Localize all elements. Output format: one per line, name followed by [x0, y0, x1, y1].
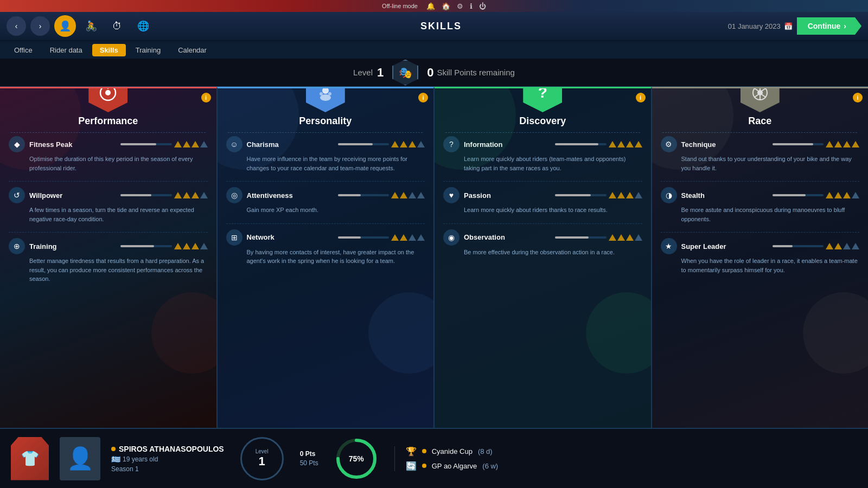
- svg-line-13: [755, 95, 758, 98]
- skill-divider: [226, 181, 425, 182]
- card-title-race: Race: [748, 115, 771, 127]
- nav-date: 01 January 2023 📅: [728, 22, 793, 30]
- skill-triangle: [400, 234, 407, 241]
- skill-triangle: [635, 141, 642, 147]
- skill-triangle: [409, 192, 416, 198]
- skill-bar-container: [555, 192, 642, 198]
- skill-triangle: [626, 141, 634, 147]
- skill-name: Technique: [681, 140, 768, 149]
- tab-office[interactable]: Office: [7, 44, 40, 56]
- skill-bar-container: [773, 192, 859, 198]
- rider-icon-button[interactable]: 👤: [54, 15, 76, 37]
- skill-description: By having more contacts of interest, hav…: [247, 248, 425, 266]
- progress-circle: 75%: [335, 437, 378, 480]
- info-button-personality[interactable]: i: [418, 93, 428, 102]
- race-dot: [422, 464, 426, 468]
- skill-item-header: ◉Observation: [443, 229, 642, 246]
- skill-triangle: [174, 192, 182, 198]
- skill-triangle: [617, 141, 625, 147]
- card-title-discovery: Discovery: [519, 115, 566, 127]
- offline-mode-label: Off-line mode: [382, 3, 418, 9]
- skill-bar: [773, 143, 824, 145]
- skill-triangle: [609, 192, 616, 198]
- race-dot: [422, 449, 426, 453]
- skill-item: ☺CharismaHave more influence in the team…: [226, 136, 425, 172]
- info-button-performance[interactable]: i: [201, 93, 211, 102]
- skill-name: Super Leader: [681, 242, 768, 251]
- tab-skills[interactable]: Skills: [92, 44, 126, 56]
- calendar-icon[interactable]: 📅: [784, 22, 793, 30]
- info-icon[interactable]: ℹ: [470, 2, 473, 10]
- nav-prev-button[interactable]: ‹: [7, 16, 26, 36]
- skill-triangle: [852, 192, 859, 198]
- skill-bar-container: [773, 243, 859, 249]
- skill-triangle: [417, 234, 425, 241]
- power-icon[interactable]: ⏻: [479, 2, 486, 10]
- skill-bar: [773, 245, 824, 247]
- skill-triangles: [174, 243, 208, 249]
- level-bar: Level 1 🎭 0 Skill Points remaining: [0, 59, 868, 87]
- info-button-race[interactable]: i: [853, 93, 863, 102]
- settings-icon[interactable]: ⚙: [457, 2, 463, 10]
- skill-name: Passion: [464, 191, 551, 200]
- home-icon[interactable]: 🏠: [442, 2, 450, 10]
- svg-line-10: [762, 88, 765, 91]
- tab-rider-data[interactable]: Rider data: [42, 44, 90, 56]
- skill-item-header: ★Super Leader: [661, 238, 860, 254]
- main-content: iPerformance◆Fitness PeakOptimise the du…: [0, 87, 868, 428]
- skill-item-header: ◎Attentiveness: [226, 187, 425, 203]
- skill-triangle: [409, 234, 416, 241]
- skill-triangle: [626, 192, 634, 198]
- skill-triangle: [417, 192, 425, 198]
- team-icon-button[interactable]: 🚴: [80, 15, 102, 37]
- card-performance: iPerformance◆Fitness PeakOptimise the du…: [0, 87, 217, 428]
- hex-icon-performance: [88, 87, 127, 112]
- date-label: 01 January 2023: [728, 22, 781, 30]
- skill-name: Willpower: [29, 191, 116, 200]
- info-button-discovery[interactable]: i: [636, 93, 646, 102]
- skill-item: ★Super LeaderWhen you have the role of l…: [661, 238, 860, 274]
- skill-description: Learn more quickly about riders thanks t…: [464, 206, 642, 215]
- skill-bar-container: [120, 141, 207, 147]
- skill-item-header: ↺Willpower: [9, 187, 208, 203]
- skill-icon: ◎: [226, 187, 242, 203]
- skill-item: ⚙TechniqueStand out thanks to your under…: [661, 136, 860, 172]
- skill-triangles: [174, 192, 208, 198]
- skill-triangle: [391, 141, 399, 147]
- skill-icon: ♥: [443, 187, 459, 203]
- skill-triangle: [192, 141, 199, 147]
- notification-icon[interactable]: 🔔: [426, 2, 435, 10]
- skill-items-personality: ☺CharismaHave more influence in the team…: [218, 136, 434, 421]
- tab-training[interactable]: Training: [128, 44, 168, 56]
- continue-button[interactable]: Continue ›: [797, 17, 861, 35]
- card-header-discovery: ?iDiscovery: [435, 88, 651, 129]
- card-divider: [228, 132, 423, 133]
- skill-divider: [9, 181, 208, 182]
- skill-triangle: [609, 141, 616, 147]
- globe-icon-button[interactable]: 🌐: [132, 15, 154, 37]
- top-bar-icons: 🔔 🏠 ⚙ ℹ ⏻: [426, 2, 486, 10]
- skill-item: ↺WillpowerA few times in a season, turn …: [9, 187, 208, 223]
- skill-item: ◉ObservationBe more effective during the…: [443, 229, 642, 257]
- skill-triangle: [852, 243, 859, 249]
- rider-name-display: SPIROS ATHANASOPOULOS: [111, 445, 224, 453]
- clock-icon-button[interactable]: ⏱: [106, 15, 128, 37]
- skill-triangles: [391, 234, 425, 241]
- skill-triangle: [834, 192, 842, 198]
- skill-description: When you have the role of leader in a ra…: [681, 256, 860, 274]
- skill-description: Better manage tiredness that results fro…: [29, 256, 208, 284]
- skill-triangle: [826, 243, 833, 249]
- nav-next-button[interactable]: ›: [30, 16, 50, 36]
- skill-triangle: [843, 192, 851, 198]
- skill-triangle: [834, 243, 842, 249]
- skill-item-header: ⊞Network: [226, 229, 425, 246]
- skill-items-discovery: ?InformationLearn more quickly about rid…: [435, 136, 651, 421]
- level-badge: Level 1: [353, 66, 384, 80]
- skill-description: Be more effective during the observation…: [464, 248, 642, 257]
- card-discovery: ?iDiscovery?InformationLearn more quickl…: [434, 87, 652, 428]
- tab-calendar[interactable]: Calendar: [170, 44, 214, 56]
- skill-triangle: [174, 141, 182, 147]
- skill-triangle: [617, 192, 625, 198]
- skill-bar: [555, 236, 606, 239]
- card-race: iRace⚙TechniqueStand out thanks to your …: [652, 87, 869, 428]
